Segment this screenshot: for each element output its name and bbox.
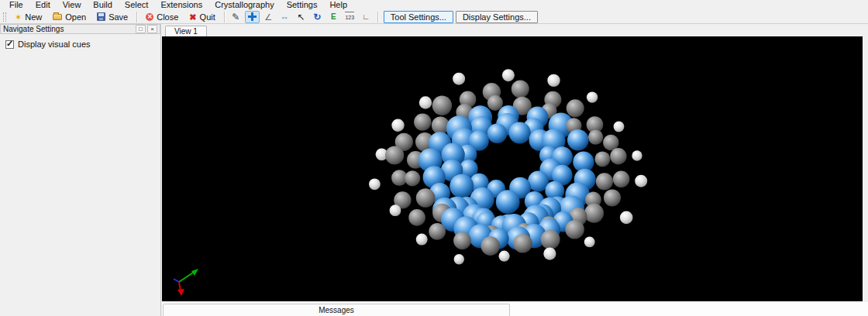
auto-optimize-tool-icon: E [331, 12, 336, 22]
file-button-group: ✶NewOpenSave [9, 11, 133, 23]
tool-settings-button[interactable]: Tool Settings... [384, 11, 453, 23]
axes-indicator [170, 261, 204, 297]
draw-tool-button[interactable]: ✎ [229, 11, 243, 23]
open-button-label: Open [65, 12, 86, 22]
messages-dock-header[interactable]: Messages [163, 304, 510, 316]
new-button-label: New [25, 12, 42, 22]
toolbar-separator [377, 12, 378, 22]
gl-viewport[interactable] [162, 36, 863, 301]
menu-file[interactable]: File [3, 0, 29, 10]
dock-title: Navigate Settings [3, 25, 134, 33]
toolbar-separator [224, 12, 225, 22]
select-tool-button[interactable]: ↖ [294, 11, 308, 23]
auto-rotate-tool-button[interactable]: ↻ [310, 11, 325, 23]
display-visual-cues-label: Display visual cues [18, 40, 91, 49]
display-visual-cues-row[interactable]: Display visual cues [5, 40, 160, 49]
open-button[interactable]: Open [47, 11, 91, 23]
quit-icon: ✖ [189, 13, 196, 21]
menu-crystallography[interactable]: Crystallography [208, 0, 280, 10]
navigate-tool-button[interactable] [245, 11, 260, 23]
select-tool-icon: ↖ [297, 12, 305, 22]
measure-tool-button[interactable]: 123 [343, 11, 357, 23]
navigate-settings-dock: Navigate Settings □ × Display visual cue… [0, 24, 161, 316]
save-button-label: Save [108, 12, 128, 22]
window-button-group: ✕Close✖Quit [140, 11, 221, 23]
tool-button-group: ✎∠⇔↖↻E123∟ [228, 11, 374, 23]
manipulate-tool-icon: ⇔ [281, 12, 289, 22]
close-button-label: Close [157, 12, 178, 22]
measure-tool-icon: 123 [345, 12, 354, 22]
quit-button[interactable]: ✖Quit [184, 11, 220, 23]
tab-view-1[interactable]: View 1 [165, 26, 207, 36]
toolbar-separator [136, 12, 137, 22]
display-settings-button[interactable]: Display Settings... [456, 11, 538, 23]
menubar: FileEditViewBuildSelectExtensionsCrystal… [0, 0, 868, 10]
bond-centric-tool-button[interactable]: ∠ [261, 11, 276, 23]
dock-titlebar[interactable]: Navigate Settings □ × [0, 24, 160, 34]
x-axis-arrow [177, 289, 184, 296]
bottom-dock-area: Messages [162, 302, 868, 316]
menu-edit[interactable]: Edit [29, 0, 57, 10]
menu-extensions[interactable]: Extensions [154, 0, 208, 10]
view-tabbar: View 1 [162, 24, 868, 36]
menu-view[interactable]: View [57, 0, 88, 10]
dock-float-icon[interactable]: □ [136, 25, 146, 33]
new-icon: ✶ [15, 13, 22, 21]
open-icon [53, 14, 62, 20]
align-tool-button[interactable]: ∟ [359, 11, 374, 23]
display-visual-cues-checkbox[interactable] [5, 40, 14, 49]
manipulate-tool-button[interactable]: ⇔ [277, 11, 292, 23]
menu-help[interactable]: Help [323, 0, 353, 10]
align-tool-icon: ∟ [362, 12, 370, 22]
close-button[interactable]: ✕Close [140, 11, 184, 23]
quit-button-label: Quit [200, 12, 215, 22]
toolbar: ✶NewOpenSave ✕Close✖Quit ✎∠⇔↖↻E123∟ Tool… [0, 10, 868, 24]
bond-centric-tool-icon: ∠ [264, 12, 272, 22]
draw-tool-icon: ✎ [232, 12, 239, 22]
menu-settings[interactable]: Settings [281, 0, 324, 10]
auto-rotate-tool-icon: ↻ [313, 12, 321, 22]
new-button[interactable]: ✶New [9, 11, 47, 23]
dock-close-icon[interactable]: × [147, 25, 157, 33]
menu-select[interactable]: Select [119, 0, 155, 10]
save-icon [97, 12, 105, 21]
toolbar-drag-handle[interactable] [3, 12, 6, 22]
close-icon: ✕ [146, 13, 153, 21]
auto-optimize-tool-button[interactable]: E [326, 11, 341, 23]
navigate-tool-icon [248, 12, 257, 21]
save-button[interactable]: Save [91, 11, 133, 23]
z-axis-arrow [174, 279, 179, 282]
y-axis-arrow [191, 269, 198, 276]
molecule-render [162, 36, 863, 301]
menu-build[interactable]: Build [87, 0, 118, 10]
avogadro-window: { "menubar": { "items": ["File", "Edit",… [0, 0, 868, 316]
